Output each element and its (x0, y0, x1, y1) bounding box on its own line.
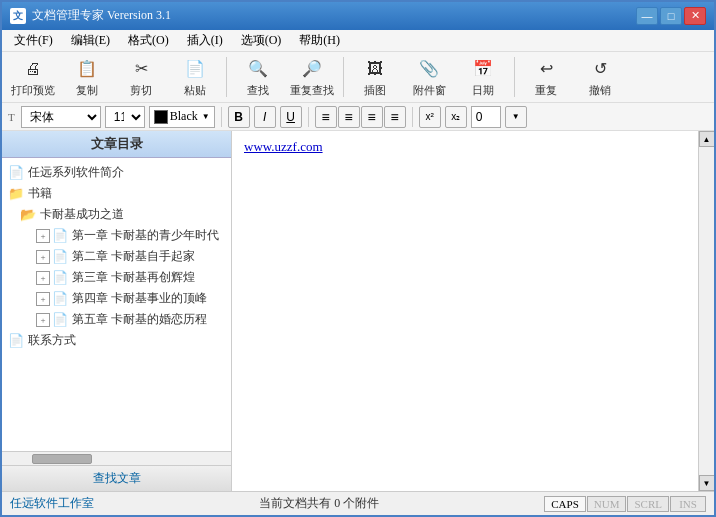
attachment-label: 附件窗 (413, 83, 446, 98)
find-label: 查找 (247, 83, 269, 98)
editor-area[interactable]: www.uzzf.com (232, 131, 698, 491)
date-button[interactable]: 📅 日期 (458, 54, 508, 100)
format-bar: T 宋体 11 Black ▼ B I U ≡ ≡ ≡ ≡ x² x₂ ▼ (2, 103, 714, 131)
folder-icon-carnegie: 📂 (20, 207, 36, 223)
paste-icon: 📄 (183, 57, 207, 81)
font-select[interactable]: 宋体 (21, 106, 101, 128)
status-indicators: CAPS NUM SCRL INS (544, 496, 706, 512)
undo-button[interactable]: ↺ 撤销 (575, 54, 625, 100)
find-icon: 🔍 (246, 57, 270, 81)
attachment-button[interactable]: 📎 附件窗 (404, 54, 454, 100)
ins-indicator: INS (670, 496, 706, 512)
scrl-indicator: SCRL (627, 496, 669, 512)
num-indicator: NUM (587, 496, 627, 512)
format-separator-3 (412, 107, 413, 127)
number-input[interactable] (471, 106, 501, 128)
close-button[interactable]: ✕ (684, 7, 706, 25)
scroll-up-arrow[interactable]: ▲ (699, 131, 715, 147)
copy-label: 复制 (76, 83, 98, 98)
subscript-button[interactable]: x₂ (445, 106, 467, 128)
window-frame: 文 文档管理专家 Verersion 3.1 — □ ✕ 文件(F) 编辑(E)… (0, 0, 716, 517)
title-bar-controls: — □ ✕ (636, 7, 706, 25)
expand-ch4[interactable]: + (36, 292, 50, 306)
find-replace-label: 重复查找 (290, 83, 334, 98)
maximize-button[interactable]: □ (660, 7, 682, 25)
align-center-button[interactable]: ≡ (338, 106, 360, 128)
tree-label-books: 书籍 (28, 185, 52, 202)
menu-file[interactable]: 文件(F) (6, 30, 61, 51)
tree-label-ch4: 第四章 卡耐基事业的顶峰 (72, 290, 207, 307)
number-dropdown[interactable]: ▼ (505, 106, 527, 128)
app-icon: 文 (10, 8, 26, 24)
scroll-thumb[interactable] (32, 454, 92, 464)
tree-label-contact: 联系方式 (28, 332, 76, 349)
toolbar-separator-1 (226, 57, 227, 97)
expand-ch2[interactable]: + (36, 250, 50, 264)
paste-label: 粘贴 (184, 83, 206, 98)
align-justify-button[interactable]: ≡ (384, 106, 406, 128)
title-bar: 文 文档管理专家 Verersion 3.1 — □ ✕ (2, 2, 714, 30)
tree-item-ch5[interactable]: + 📄 第五章 卡耐基的婚恋历程 (4, 309, 229, 330)
find-button[interactable]: 🔍 查找 (233, 54, 283, 100)
horizontal-scrollbar[interactable] (2, 451, 231, 465)
print-preview-label: 打印预览 (11, 83, 55, 98)
toolbar-separator-3 (514, 57, 515, 97)
status-link[interactable]: 任远软件工作室 (10, 495, 94, 512)
repeat-label: 重复 (535, 83, 557, 98)
menu-format[interactable]: 格式(O) (120, 30, 177, 51)
tree-item-carnegie[interactable]: 📂 卡耐基成功之道 (4, 204, 229, 225)
tree-item-ch4[interactable]: + 📄 第四章 卡耐基事业的顶峰 (4, 288, 229, 309)
minimize-button[interactable]: — (636, 7, 658, 25)
underline-button[interactable]: U (280, 106, 302, 128)
doc-icon-contact: 📄 (8, 333, 24, 349)
scroll-down-arrow[interactable]: ▼ (699, 475, 715, 491)
menu-options[interactable]: 选项(O) (233, 30, 290, 51)
menu-help[interactable]: 帮助(H) (291, 30, 348, 51)
copy-icon: 📋 (75, 57, 99, 81)
tree-item-contact[interactable]: 📄 联系方式 (4, 330, 229, 351)
paste-button[interactable]: 📄 粘贴 (170, 54, 220, 100)
find-replace-icon: 🔎 (300, 57, 324, 81)
cut-label: 剪切 (130, 83, 152, 98)
doc-icon-ch4: 📄 (52, 291, 68, 307)
menu-bar: 文件(F) 编辑(E) 格式(O) 插入(I) 选项(O) 帮助(H) (2, 30, 714, 52)
tree-label-ch1: 第一章 卡耐基的青少年时代 (72, 227, 219, 244)
size-select[interactable]: 11 (105, 106, 145, 128)
expand-ch5[interactable]: + (36, 313, 50, 327)
repeat-button[interactable]: ↩ 重复 (521, 54, 571, 100)
left-panel: 文章目录 📄 任远系列软件简介 📁 书籍 📂 卡耐基成功之道 (2, 131, 232, 491)
copy-button[interactable]: 📋 复制 (62, 54, 112, 100)
tree-item-intro[interactable]: 📄 任远系列软件简介 (4, 162, 229, 183)
find-article-button[interactable]: 查找文章 (2, 465, 231, 491)
print-preview-button[interactable]: 🖨 打印预览 (8, 54, 58, 100)
cut-button[interactable]: ✂ 剪切 (116, 54, 166, 100)
tree-area[interactable]: 📄 任远系列软件简介 📁 书籍 📂 卡耐基成功之道 + 📄 第一章 (2, 158, 231, 451)
italic-button[interactable]: I (254, 106, 276, 128)
status-text: 当前文档共有 0 个附件 (94, 495, 544, 512)
right-scrollbar[interactable]: ▲ ▼ (698, 131, 714, 491)
expand-ch1[interactable]: + (36, 229, 50, 243)
tree-item-ch3[interactable]: + 📄 第三章 卡耐基再创辉煌 (4, 267, 229, 288)
editor-link[interactable]: www.uzzf.com (244, 139, 323, 154)
tree-item-ch1[interactable]: + 📄 第一章 卡耐基的青少年时代 (4, 225, 229, 246)
superscript-button[interactable]: x² (419, 106, 441, 128)
doc-icon-ch2: 📄 (52, 249, 68, 265)
find-replace-button[interactable]: 🔎 重复查找 (287, 54, 337, 100)
menu-edit[interactable]: 编辑(E) (63, 30, 118, 51)
undo-icon: ↺ (588, 57, 612, 81)
title-bar-left: 文 文档管理专家 Verersion 3.1 (10, 7, 171, 24)
caps-indicator: CAPS (544, 496, 586, 512)
color-picker[interactable]: Black ▼ (149, 106, 215, 128)
align-right-button[interactable]: ≡ (361, 106, 383, 128)
window-title: 文档管理专家 Verersion 3.1 (32, 7, 171, 24)
align-left-button[interactable]: ≡ (315, 106, 337, 128)
tree-label-intro: 任远系列软件简介 (28, 164, 124, 181)
bold-button[interactable]: B (228, 106, 250, 128)
tree-item-books[interactable]: 📁 书籍 (4, 183, 229, 204)
color-swatch (154, 110, 168, 124)
expand-ch3[interactable]: + (36, 271, 50, 285)
insert-img-label: 插图 (364, 83, 386, 98)
insert-img-button[interactable]: 🖼 插图 (350, 54, 400, 100)
tree-item-ch2[interactable]: + 📄 第二章 卡耐基自手起家 (4, 246, 229, 267)
menu-insert[interactable]: 插入(I) (179, 30, 231, 51)
